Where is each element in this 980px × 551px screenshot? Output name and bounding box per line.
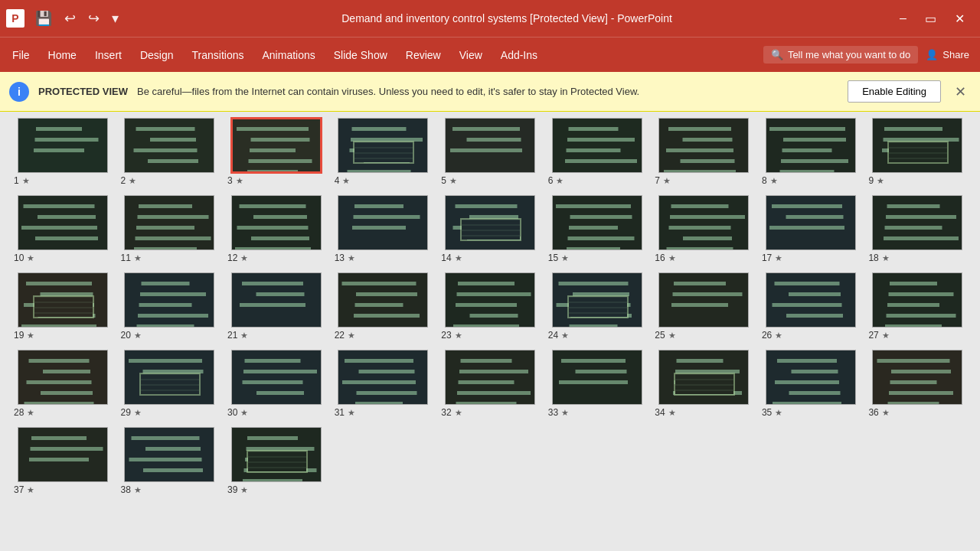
slide-thumbnail[interactable]: [552, 272, 642, 328]
slide-thumbnail[interactable]: [231, 118, 322, 173]
slide-star-icon[interactable]: ★: [882, 408, 890, 418]
slide-item[interactable]: 7★: [653, 118, 754, 186]
slide-item[interactable]: 5★: [439, 118, 541, 186]
slide-item[interactable]: 31★: [333, 350, 434, 418]
slide-item[interactable]: 15★: [547, 195, 648, 263]
slide-star-icon[interactable]: ★: [348, 408, 355, 418]
slide-thumbnail[interactable]: [338, 350, 428, 405]
slide-star-icon[interactable]: ★: [775, 408, 782, 418]
slide-item[interactable]: 3★: [226, 118, 327, 186]
slide-item[interactable]: 16★: [653, 195, 754, 263]
slide-thumbnail[interactable]: [124, 427, 214, 482]
slide-item[interactable]: 35★: [760, 350, 861, 418]
slide-star-icon[interactable]: ★: [236, 176, 243, 186]
slide-thumbnail[interactable]: [231, 427, 322, 482]
slide-item[interactable]: 17★: [760, 195, 861, 263]
slide-thumbnail[interactable]: [872, 195, 962, 250]
slide-star-icon[interactable]: ★: [348, 331, 355, 341]
slide-star-icon[interactable]: ★: [561, 331, 569, 341]
menu-slideshow[interactable]: Slide Show: [325, 43, 397, 67]
slide-star-icon[interactable]: ★: [134, 253, 142, 263]
slide-thumbnail[interactable]: [18, 350, 108, 405]
slide-star-icon[interactable]: ★: [240, 485, 248, 495]
slide-item[interactable]: 23★: [439, 272, 541, 341]
slide-item[interactable]: 13★: [333, 195, 434, 263]
slide-star-icon[interactable]: ★: [134, 485, 142, 495]
slide-item[interactable]: 26★: [760, 272, 861, 341]
slide-star-icon[interactable]: ★: [240, 331, 248, 341]
slide-thumbnail[interactable]: [552, 118, 642, 173]
slide-star-icon[interactable]: ★: [882, 331, 890, 341]
slide-item[interactable]: 22★: [333, 272, 434, 341]
menu-addins[interactable]: Add-Ins: [492, 43, 547, 67]
slide-thumbnail[interactable]: [445, 350, 535, 405]
slide-thumbnail[interactable]: [124, 350, 214, 405]
slide-star-icon[interactable]: ★: [561, 408, 569, 418]
slide-star-icon[interactable]: ★: [668, 331, 676, 341]
slide-thumbnail[interactable]: [766, 272, 856, 328]
slide-thumbnail[interactable]: [338, 272, 428, 328]
close-button[interactable]: ✕: [946, 8, 974, 29]
slide-item[interactable]: 27★: [867, 272, 968, 341]
menu-file[interactable]: File: [3, 43, 39, 67]
slide-item[interactable]: 37★: [12, 427, 113, 495]
slide-star-icon[interactable]: ★: [561, 253, 569, 263]
tell-me-search[interactable]: 🔍 Tell me what you want to do: [763, 46, 918, 64]
slide-thumbnail[interactable]: [231, 350, 322, 405]
slide-thumbnail[interactable]: [338, 195, 428, 250]
slide-thumbnail[interactable]: [658, 350, 749, 405]
slide-thumbnail[interactable]: [231, 195, 322, 250]
slide-item[interactable]: 34★: [653, 350, 754, 418]
slide-star-icon[interactable]: ★: [770, 176, 778, 186]
menu-design[interactable]: Design: [131, 43, 183, 67]
slide-star-icon[interactable]: ★: [877, 176, 884, 186]
slide-item[interactable]: 14★: [439, 195, 541, 263]
slide-item[interactable]: 25★: [653, 272, 754, 341]
slide-star-icon[interactable]: ★: [668, 253, 676, 263]
slide-item[interactable]: 8★: [760, 118, 861, 186]
slide-item[interactable]: 11★: [119, 195, 220, 263]
slide-item[interactable]: 39★: [226, 427, 327, 495]
slide-thumbnail[interactable]: [872, 350, 962, 405]
slide-thumbnail[interactable]: [231, 272, 322, 328]
slide-item[interactable]: 10★: [12, 195, 113, 263]
slide-star-icon[interactable]: ★: [668, 408, 676, 418]
menu-review[interactable]: Review: [397, 43, 450, 67]
menu-animations[interactable]: Animations: [253, 43, 324, 67]
slide-item[interactable]: 20★: [119, 272, 220, 341]
slide-thumbnail[interactable]: [18, 195, 108, 250]
slide-star-icon[interactable]: ★: [27, 331, 34, 341]
slide-thumbnail[interactable]: [658, 118, 749, 173]
menu-view[interactable]: View: [450, 43, 492, 67]
menu-insert[interactable]: Insert: [86, 43, 131, 67]
slide-star-icon[interactable]: ★: [775, 331, 782, 341]
slide-star-icon[interactable]: ★: [449, 176, 457, 186]
slide-thumbnail[interactable]: [872, 272, 962, 328]
slide-star-icon[interactable]: ★: [240, 408, 248, 418]
slide-item[interactable]: 19★: [12, 272, 113, 341]
close-protected-bar-button[interactable]: ✕: [950, 82, 971, 102]
slide-thumbnail[interactable]: [124, 118, 214, 173]
slide-star-icon[interactable]: ★: [556, 176, 564, 186]
slide-star-icon[interactable]: ★: [22, 176, 30, 186]
slide-item[interactable]: 4★: [333, 118, 434, 186]
slide-star-icon[interactable]: ★: [455, 253, 462, 263]
slide-thumbnail[interactable]: [872, 118, 962, 173]
slide-item[interactable]: 24★: [547, 272, 648, 341]
slide-item[interactable]: 9★: [867, 118, 968, 186]
slide-star-icon[interactable]: ★: [455, 408, 462, 418]
slide-star-icon[interactable]: ★: [134, 408, 142, 418]
slide-star-icon[interactable]: ★: [663, 176, 671, 186]
slide-star-icon[interactable]: ★: [134, 331, 142, 341]
slide-thumbnail[interactable]: [338, 118, 428, 173]
slide-thumbnail[interactable]: [18, 427, 108, 482]
slide-thumbnail[interactable]: [658, 272, 749, 328]
slide-star-icon[interactable]: ★: [775, 253, 782, 263]
enable-editing-button[interactable]: Enable Editing: [848, 80, 941, 103]
redo-button[interactable]: ↪: [83, 7, 104, 30]
slide-star-icon[interactable]: ★: [348, 253, 355, 263]
slide-thumbnail[interactable]: [124, 272, 214, 328]
slide-thumbnail[interactable]: [18, 118, 108, 173]
slide-item[interactable]: 1★: [12, 118, 113, 186]
slide-star-icon[interactable]: ★: [342, 176, 350, 186]
